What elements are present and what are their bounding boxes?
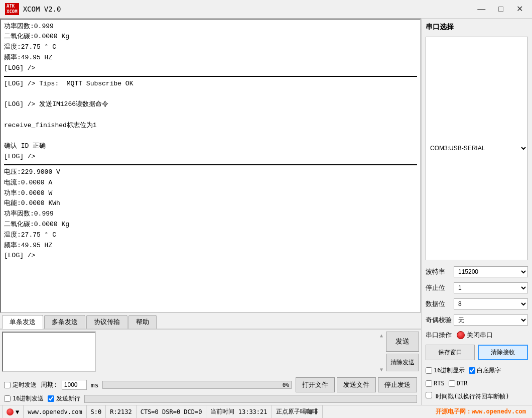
log-line: 频率:49.95 HZ <box>4 241 417 251</box>
clear-recv-button[interactable]: 清除接收 <box>478 345 528 360</box>
status-r-count: R:2132 <box>106 405 136 418</box>
tab-protocol[interactable]: 协议传输 <box>86 315 127 329</box>
log-line: 功率:0.0000 W <box>4 188 417 199</box>
log-line <box>4 110 417 121</box>
data-bit-row: 数据位 8 5 6 7 <box>426 298 528 309</box>
hex-send-checkbox[interactable] <box>4 395 11 402</box>
divider <box>4 76 417 77</box>
open-file-button[interactable]: 打开文件 <box>296 377 335 392</box>
tab-help[interactable]: 帮助 <box>128 315 157 329</box>
log-line: 二氧化碳:0.0000 Kg <box>4 220 417 230</box>
parity-label: 奇偶校验 <box>426 316 454 325</box>
hex-send-label[interactable]: 16进制发送 <box>4 394 44 403</box>
log-line: 电流:0.0000 A <box>4 178 417 188</box>
white-black-checkbox[interactable] <box>469 367 475 374</box>
atk-logo-box: ATKXCOM <box>5 3 19 15</box>
ms-label: ms <box>91 381 99 389</box>
tabs-bar: 单条发送 多条发送 协议传输 帮助 <box>0 313 421 329</box>
status-red-icon <box>7 408 14 415</box>
stop-bit-row: 停止位 1 1.5 2 <box>426 282 528 293</box>
time-stamp-text: 时间戳(以换行符回车断帧) <box>436 393 509 400</box>
stop-select[interactable]: 1 1.5 2 <box>454 282 528 293</box>
timer-send-checkbox[interactable] <box>4 382 11 388</box>
status-website: 开源电子网：www.openedv.com <box>432 407 530 416</box>
action-buttons-row: 保存窗口 清除接收 <box>426 345 528 360</box>
checkbox-row-2: RTS DTR <box>426 380 528 387</box>
log-line: receive_finished标志位为1 <box>4 121 417 131</box>
send-buttons-column: 发送 清除发送 <box>386 332 419 373</box>
port-select[interactable]: COM3:USB-SERIAL <box>426 37 528 260</box>
left-panel: 功率因数:0.999 二氧化碳:0.0000 Kg 温度:27.75 ° C 频… <box>0 19 422 405</box>
newline-label[interactable]: 发送新行 <box>48 394 80 403</box>
divider <box>4 164 417 165</box>
rts-checkbox[interactable] <box>426 380 432 387</box>
website-text: 开源电子网：www.openedv.com <box>436 408 526 415</box>
log-line: 温度:27.75 ° C <box>4 230 417 241</box>
log-line: 功率因数:0.999 <box>4 209 417 220</box>
log-line: [LOG] /> <box>4 63 417 74</box>
send-text-row: ▲ ▼ 发送 清除发送 <box>0 330 421 375</box>
data-select[interactable]: 8 5 6 7 <box>454 298 528 309</box>
dtr-label[interactable]: DTR <box>449 380 468 387</box>
rts-label[interactable]: RTS <box>426 380 445 387</box>
save-window-button[interactable]: 保存窗口 <box>426 345 475 360</box>
stop-send-button[interactable]: 停止发送 <box>378 377 417 392</box>
log-line: [LOG] /> Tips: MQTT Subscribe OK <box>4 79 417 89</box>
log-line: 功率因数:0.999 <box>4 22 417 32</box>
right-panel: 串口选择 COM3:USB-SERIAL 波特率 115200 9600 192… <box>422 19 532 405</box>
progress-pct: 0% <box>283 381 289 389</box>
log-line <box>4 89 417 99</box>
send-file-button[interactable]: 发送文件 <box>337 377 376 392</box>
clear-send-button[interactable]: 清除发送 <box>386 354 419 371</box>
atk-logo: ATKXCOM <box>5 3 19 15</box>
minimize-button[interactable]: — <box>473 4 489 14</box>
log-line: [LOG] /> <box>4 152 417 162</box>
tab-multi-send[interactable]: 多条发送 <box>44 315 85 329</box>
baud-label: 波特率 <box>426 267 454 276</box>
timer-send-label[interactable]: 定时发送 <box>4 381 37 389</box>
data-label: 数据位 <box>426 299 454 308</box>
send-progress-bar <box>84 395 417 403</box>
hex-display-label[interactable]: 16进制显示 <box>426 366 465 375</box>
send-textarea[interactable] <box>2 332 96 372</box>
log-line: 二氧化碳:0.0000 Kg <box>4 32 417 42</box>
newline-checkbox[interactable] <box>48 395 54 402</box>
baud-select[interactable]: 115200 9600 19200 38400 57600 256000 512… <box>454 266 528 277</box>
log-line: 频率:49.95 HZ <box>4 53 417 63</box>
white-black-label[interactable]: 白底黑字 <box>469 366 501 375</box>
time-stamp-label[interactable]: 时间戳(以换行符回车断帧) <box>426 392 509 401</box>
status-ad: 正点原子喝咖啡 <box>272 405 323 418</box>
timer-send-text: 定时发送 <box>13 381 37 389</box>
titlebar-left: ATKXCOM XCOM V2.0 <box>5 3 61 15</box>
hex-display-text: 16进制显示 <box>434 366 465 375</box>
newline-text: 发送新行 <box>56 394 80 403</box>
serial-select-title: 串口选择 <box>426 23 528 32</box>
time-stamp-checkbox[interactable] <box>426 392 432 398</box>
parity-select[interactable]: 无 奇校验 偶校验 <box>454 315 528 326</box>
send-area: ▲ ▼ 发送 清除发送 定时发送 周期: ms 0% <box>0 329 421 405</box>
status-icon-item: ▼ <box>2 405 24 418</box>
status-arrow: ▼ <box>16 408 19 415</box>
status-time-label: 当前时间 <box>210 407 234 416</box>
checkbox-row-1: 16进制显示 白底黑字 <box>426 366 528 375</box>
log-line: [LOG] /> <box>4 251 417 261</box>
dtr-checkbox[interactable] <box>449 380 455 387</box>
hex-send-text: 16进制发送 <box>13 394 44 403</box>
close-button[interactable]: ✕ <box>512 4 527 14</box>
stop-label: 停止位 <box>426 283 454 292</box>
period-input[interactable] <box>62 380 87 390</box>
hex-display-checkbox[interactable] <box>426 367 432 374</box>
bottom-controls-2: 16进制发送 发送新行 <box>0 394 421 405</box>
tab-single-send[interactable]: 单条发送 <box>2 315 43 329</box>
send-button[interactable]: 发送 <box>386 332 419 352</box>
status-url: www.openedv.com <box>24 405 86 418</box>
status-time: 当前时间 13:33:21 <box>206 405 272 418</box>
serial-op-label: 串口操作 <box>426 331 454 340</box>
log-line <box>4 131 417 142</box>
maximize-button[interactable]: □ <box>494 4 507 14</box>
terminal-area[interactable]: 功率因数:0.999 二氧化碳:0.0000 Kg 温度:27.75 ° C 频… <box>0 19 421 313</box>
close-port-button[interactable]: 关闭串口 <box>457 331 493 340</box>
close-port-text: 关闭串口 <box>467 331 493 340</box>
main-content: 功率因数:0.999 二氧化碳:0.0000 Kg 温度:27.75 ° C 频… <box>0 19 532 405</box>
log-line: 确认 ID 正确 <box>4 141 417 152</box>
